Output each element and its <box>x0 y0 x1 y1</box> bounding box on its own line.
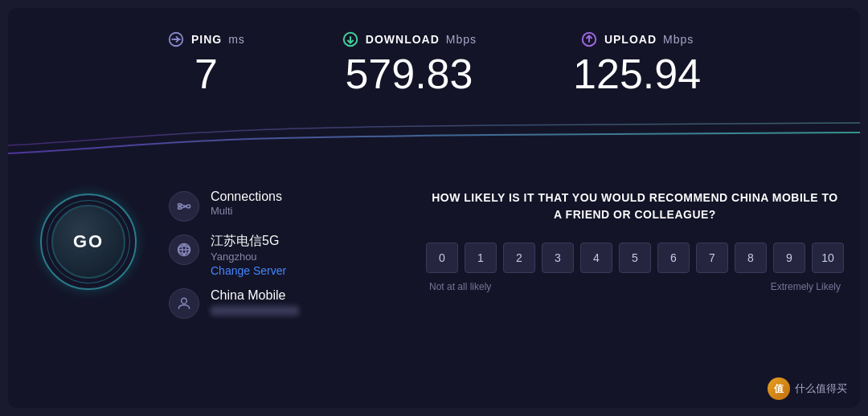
ping-value: 7 <box>194 51 218 97</box>
watermark-icon: 值 <box>768 377 790 400</box>
ping-icon <box>167 31 185 48</box>
speedtest-app: PING ms 7 DOWNLOAD Mbps 579.83 <box>8 8 860 408</box>
connections-icon <box>169 191 199 222</box>
upload-icon <box>580 31 598 48</box>
user-name: China Mobile <box>211 288 299 303</box>
speed-graph <box>8 105 860 169</box>
stats-bar: PING ms 7 DOWNLOAD Mbps 579.83 <box>8 8 860 113</box>
download-unit: Mbps <box>446 33 477 46</box>
download-label-text: DOWNLOAD <box>366 33 440 46</box>
score-button-9[interactable]: 9 <box>773 243 805 273</box>
user-text: China Mobile <box>211 288 299 316</box>
score-row: 012345678910 <box>426 243 844 273</box>
download-stat: DOWNLOAD Mbps 579.83 <box>342 31 477 97</box>
connections-subtitle: Multi <box>211 205 282 217</box>
download-value: 579.83 <box>345 51 473 97</box>
connections-row: Connections Multi <box>169 190 362 222</box>
score-button-5[interactable]: 5 <box>619 243 651 273</box>
upload-label-text: UPLOAD <box>604 33 657 46</box>
svg-rect-4 <box>178 207 182 210</box>
download-label: DOWNLOAD Mbps <box>342 31 477 48</box>
server-row: 江苏电信5G Yangzhou Change Server <box>169 233 362 277</box>
score-button-1[interactable]: 1 <box>465 243 497 273</box>
score-button-8[interactable]: 8 <box>735 243 767 273</box>
svg-rect-3 <box>178 204 182 206</box>
download-icon <box>342 31 359 48</box>
upload-unit: Mbps <box>663 33 694 46</box>
main-content: GO Connections Multi <box>8 169 860 335</box>
score-button-4[interactable]: 4 <box>580 243 612 273</box>
recommend-question: HOW LIKELY IS IT THAT YOU WOULD RECOMMEN… <box>426 190 844 223</box>
watermark: 值 什么值得买 <box>768 377 847 400</box>
connections-text: Connections Multi <box>211 190 282 217</box>
watermark-text: 什么值得买 <box>795 381 847 396</box>
upload-stat: UPLOAD Mbps 125.94 <box>573 31 701 97</box>
ping-unit: ms <box>228 33 245 46</box>
score-button-10[interactable]: 10 <box>812 243 844 273</box>
server-name: 江苏电信5G <box>211 233 286 250</box>
score-button-6[interactable]: 6 <box>657 243 690 273</box>
server-icon <box>169 235 199 265</box>
score-button-0[interactable]: 0 <box>426 243 458 273</box>
server-location: Yangzhou <box>211 251 286 263</box>
score-label-right: Extremely Likely <box>771 281 841 292</box>
upload-label: UPLOAD Mbps <box>580 31 694 48</box>
svg-rect-5 <box>186 206 190 208</box>
user-icon <box>169 288 199 319</box>
connections-title: Connections <box>211 190 282 204</box>
user-detail-blurred <box>211 306 299 316</box>
ping-label-text: PING <box>191 33 222 46</box>
server-text: 江苏电信5G Yangzhou Change Server <box>211 233 286 277</box>
svg-line-7 <box>182 206 187 208</box>
info-section: Connections Multi 江苏电信5G <box>169 186 362 319</box>
user-row: China Mobile <box>169 288 362 319</box>
score-button-3[interactable]: 3 <box>542 243 574 273</box>
score-label-left: Not at all likely <box>429 281 491 292</box>
ping-stat: PING ms 7 <box>167 31 245 97</box>
go-button[interactable]: GO <box>51 205 125 279</box>
score-button-7[interactable]: 7 <box>696 243 728 273</box>
score-labels: Not at all likely Extremely Likely <box>426 281 844 292</box>
svg-point-10 <box>182 299 187 304</box>
ping-label: PING ms <box>167 31 245 48</box>
score-button-2[interactable]: 2 <box>503 243 535 273</box>
recommend-section: HOW LIKELY IS IT THAT YOU WOULD RECOMMEN… <box>426 186 844 292</box>
upload-value: 125.94 <box>573 51 701 97</box>
change-server-link[interactable]: Change Server <box>211 264 286 277</box>
go-button-wrap: GO <box>40 194 137 290</box>
